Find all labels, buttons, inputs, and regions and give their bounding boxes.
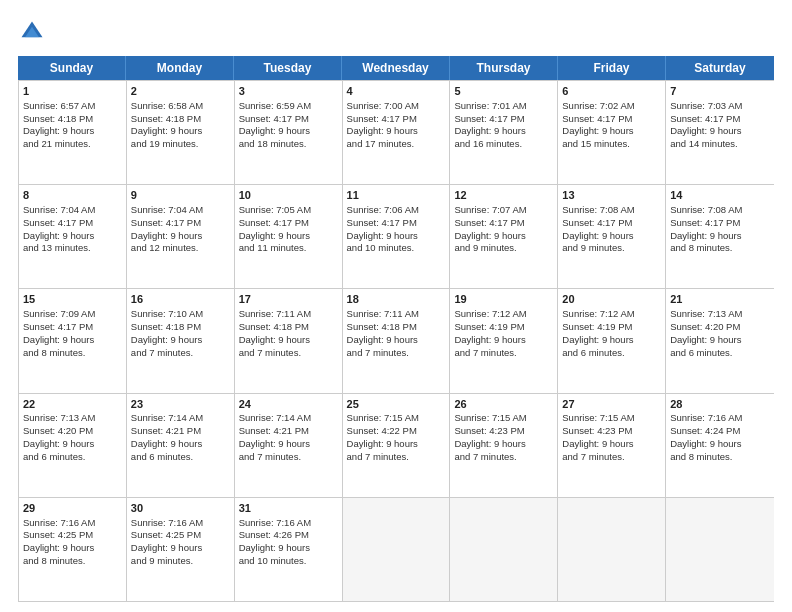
day-info: and 7 minutes. — [131, 347, 230, 360]
calendar-cell: 1Sunrise: 6:57 AMSunset: 4:18 PMDaylight… — [19, 81, 127, 184]
day-info: Daylight: 9 hours — [347, 125, 446, 138]
day-number: 23 — [131, 397, 230, 412]
day-info: Daylight: 9 hours — [670, 230, 770, 243]
calendar-cell: 15Sunrise: 7:09 AMSunset: 4:17 PMDayligh… — [19, 289, 127, 392]
weekday-header: Tuesday — [234, 56, 342, 80]
calendar-cell: 25Sunrise: 7:15 AMSunset: 4:22 PMDayligh… — [343, 394, 451, 497]
day-info: and 7 minutes. — [454, 347, 553, 360]
day-info: and 7 minutes. — [347, 347, 446, 360]
calendar-cell: 28Sunrise: 7:16 AMSunset: 4:24 PMDayligh… — [666, 394, 774, 497]
calendar-cell — [666, 498, 774, 601]
day-info: and 6 minutes. — [670, 347, 770, 360]
day-number: 24 — [239, 397, 338, 412]
calendar-cell: 9Sunrise: 7:04 AMSunset: 4:17 PMDaylight… — [127, 185, 235, 288]
day-info: Sunrise: 7:16 AM — [131, 517, 230, 530]
day-info: Sunrise: 7:11 AM — [239, 308, 338, 321]
day-info: Daylight: 9 hours — [239, 125, 338, 138]
day-info: Sunrise: 7:00 AM — [347, 100, 446, 113]
day-info: Daylight: 9 hours — [670, 438, 770, 451]
day-info: and 7 minutes. — [454, 451, 553, 464]
day-number: 30 — [131, 501, 230, 516]
day-info: Sunrise: 7:13 AM — [23, 412, 122, 425]
day-info: and 18 minutes. — [239, 138, 338, 151]
day-info: Sunrise: 7:16 AM — [239, 517, 338, 530]
calendar-cell: 21Sunrise: 7:13 AMSunset: 4:20 PMDayligh… — [666, 289, 774, 392]
day-info: and 8 minutes. — [670, 242, 770, 255]
day-number: 16 — [131, 292, 230, 307]
logo — [18, 18, 50, 46]
day-info: Sunset: 4:18 PM — [23, 113, 122, 126]
weekday-header: Friday — [558, 56, 666, 80]
day-info: Sunset: 4:21 PM — [131, 425, 230, 438]
day-info: Sunset: 4:18 PM — [131, 113, 230, 126]
day-info: Daylight: 9 hours — [239, 334, 338, 347]
day-info: and 12 minutes. — [131, 242, 230, 255]
day-info: Sunset: 4:17 PM — [23, 321, 122, 334]
day-info: and 8 minutes. — [670, 451, 770, 464]
day-info: and 14 minutes. — [670, 138, 770, 151]
day-number: 25 — [347, 397, 446, 412]
calendar-body: 1Sunrise: 6:57 AMSunset: 4:18 PMDaylight… — [18, 80, 774, 602]
calendar-cell: 26Sunrise: 7:15 AMSunset: 4:23 PMDayligh… — [450, 394, 558, 497]
day-info: Sunrise: 7:14 AM — [239, 412, 338, 425]
day-info: and 8 minutes. — [23, 347, 122, 360]
day-info: Daylight: 9 hours — [562, 125, 661, 138]
calendar-row: 29Sunrise: 7:16 AMSunset: 4:25 PMDayligh… — [19, 497, 774, 601]
day-info: Daylight: 9 hours — [131, 125, 230, 138]
day-info: Sunset: 4:22 PM — [347, 425, 446, 438]
day-number: 21 — [670, 292, 770, 307]
day-info: and 21 minutes. — [23, 138, 122, 151]
calendar-cell: 11Sunrise: 7:06 AMSunset: 4:17 PMDayligh… — [343, 185, 451, 288]
logo-icon — [18, 18, 46, 46]
day-info: Sunset: 4:17 PM — [23, 217, 122, 230]
day-info: Sunset: 4:17 PM — [562, 217, 661, 230]
calendar-row: 15Sunrise: 7:09 AMSunset: 4:17 PMDayligh… — [19, 288, 774, 392]
day-info: and 15 minutes. — [562, 138, 661, 151]
calendar-cell: 5Sunrise: 7:01 AMSunset: 4:17 PMDaylight… — [450, 81, 558, 184]
day-info: Sunrise: 7:08 AM — [670, 204, 770, 217]
day-info: Daylight: 9 hours — [131, 230, 230, 243]
day-info: Daylight: 9 hours — [131, 438, 230, 451]
day-info: Sunset: 4:17 PM — [239, 217, 338, 230]
day-info: Sunrise: 7:10 AM — [131, 308, 230, 321]
day-info: Sunset: 4:17 PM — [562, 113, 661, 126]
calendar-cell: 24Sunrise: 7:14 AMSunset: 4:21 PMDayligh… — [235, 394, 343, 497]
day-info: Sunset: 4:17 PM — [670, 217, 770, 230]
day-info: Sunset: 4:25 PM — [23, 529, 122, 542]
day-info: Sunset: 4:17 PM — [131, 217, 230, 230]
calendar-header: SundayMondayTuesdayWednesdayThursdayFrid… — [18, 56, 774, 80]
day-info: Sunrise: 7:13 AM — [670, 308, 770, 321]
day-number: 11 — [347, 188, 446, 203]
calendar-cell: 10Sunrise: 7:05 AMSunset: 4:17 PMDayligh… — [235, 185, 343, 288]
day-info: and 6 minutes. — [562, 347, 661, 360]
day-info: and 6 minutes. — [23, 451, 122, 464]
day-info: and 13 minutes. — [23, 242, 122, 255]
weekday-header: Monday — [126, 56, 234, 80]
calendar-cell: 4Sunrise: 7:00 AMSunset: 4:17 PMDaylight… — [343, 81, 451, 184]
day-number: 31 — [239, 501, 338, 516]
day-info: Daylight: 9 hours — [239, 542, 338, 555]
calendar-cell: 27Sunrise: 7:15 AMSunset: 4:23 PMDayligh… — [558, 394, 666, 497]
day-number: 18 — [347, 292, 446, 307]
day-info: Sunrise: 6:59 AM — [239, 100, 338, 113]
day-info: Daylight: 9 hours — [239, 230, 338, 243]
day-number: 2 — [131, 84, 230, 99]
day-info: Daylight: 9 hours — [670, 125, 770, 138]
day-info: Sunset: 4:23 PM — [454, 425, 553, 438]
day-info: Sunset: 4:20 PM — [670, 321, 770, 334]
day-info: Sunrise: 7:03 AM — [670, 100, 770, 113]
day-number: 15 — [23, 292, 122, 307]
day-info: Sunrise: 7:16 AM — [670, 412, 770, 425]
day-info: and 11 minutes. — [239, 242, 338, 255]
weekday-header: Sunday — [18, 56, 126, 80]
day-number: 8 — [23, 188, 122, 203]
day-number: 22 — [23, 397, 122, 412]
day-info: Sunset: 4:17 PM — [670, 113, 770, 126]
day-info: and 10 minutes. — [347, 242, 446, 255]
day-info: Sunrise: 7:15 AM — [454, 412, 553, 425]
calendar-cell: 20Sunrise: 7:12 AMSunset: 4:19 PMDayligh… — [558, 289, 666, 392]
calendar-row: 22Sunrise: 7:13 AMSunset: 4:20 PMDayligh… — [19, 393, 774, 497]
day-info: Daylight: 9 hours — [347, 334, 446, 347]
calendar-cell — [558, 498, 666, 601]
page: SundayMondayTuesdayWednesdayThursdayFrid… — [0, 0, 792, 612]
